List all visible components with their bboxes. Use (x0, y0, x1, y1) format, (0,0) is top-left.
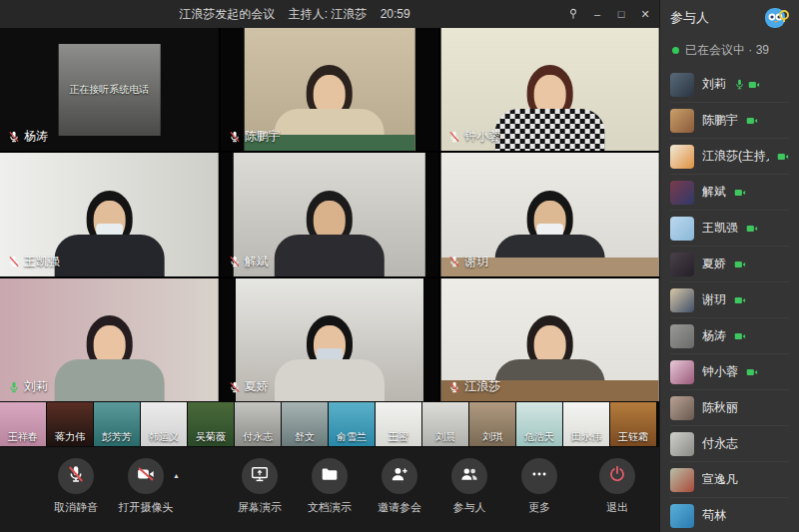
video-tile[interactable]: 正在接听系统电话 杨涛 (0, 28, 219, 151)
thumbnail-name: 危浩天 (516, 430, 562, 444)
participant-row[interactable]: 苟林 (670, 498, 789, 532)
button-icon (67, 465, 85, 487)
online-dot-icon (672, 47, 679, 54)
participant-thumbnail[interactable]: 俞雪兰 (329, 402, 375, 446)
video-tile[interactable]: 解斌 (221, 153, 439, 275)
camera-button[interactable]: 打开摄像头 ▲ (118, 458, 174, 515)
screen-share-button[interactable]: 屏幕演示 (232, 458, 288, 515)
participant-status-icons (734, 79, 760, 91)
meeting-title-group: 江浪莎发起的会议 主持人: 江浪莎 20:59 (0, 6, 589, 23)
tile-name-tag: 刘莉 (8, 378, 48, 395)
participant-avatar (670, 288, 694, 312)
button-circle (58, 458, 94, 494)
person-silhouette (485, 51, 615, 151)
button-icon (321, 465, 339, 487)
more-button[interactable]: 更多 (511, 458, 567, 515)
thumbnail-name: 王祥春 (0, 430, 46, 444)
participant-row[interactable]: 付永志 (670, 426, 789, 462)
participant-avatar (670, 396, 694, 420)
participants-button[interactable]: 参与人 (441, 458, 497, 515)
participant-row[interactable]: 杨涛 (670, 318, 789, 354)
participant-avatar (670, 109, 694, 133)
person-torso (275, 235, 385, 276)
assistant-mascot-icon[interactable] (763, 5, 789, 31)
participant-thumbnail[interactable]: 王蜜 (376, 402, 421, 446)
participant-thumbnail[interactable]: 吴菊薇 (188, 402, 234, 446)
participant-name: 杨涛 (702, 327, 726, 344)
participants-header: 参与人 (660, 0, 799, 36)
tile-name-tag: 杨涛 (8, 128, 48, 145)
participant-avatar (670, 181, 694, 205)
participant-thumbnail[interactable]: 刘琪 (469, 402, 515, 446)
host-label: 主持人: 江浪莎 (289, 7, 368, 21)
button-label: 文档演示 (308, 500, 352, 515)
button-circle (521, 458, 557, 494)
tile-participant-name: 刘莉 (24, 378, 48, 395)
participant-avatar (670, 73, 694, 97)
main-area: 江浪莎发起的会议 主持人: 江浪莎 20:59 – □ ✕ 正在接听系统电话 (0, 0, 659, 532)
camera-options-caret[interactable]: ▲ (173, 472, 180, 479)
offline-avatar-card: 正在接听系统电话 (58, 44, 160, 136)
exit-button[interactable]: 退出 (589, 458, 645, 515)
thumbnail-name: 韩运义 (141, 430, 187, 444)
participant-name: 苟林 (702, 507, 726, 524)
participant-thumbnail[interactable]: 田永伟 (563, 402, 609, 446)
participant-status-icons (746, 366, 758, 378)
toolbar-left-group: 取消静音 打开摄像头 ▲ (48, 458, 174, 515)
mic-status-icon (8, 256, 20, 267)
participant-row[interactable]: 刘莉 (670, 67, 789, 103)
participant-status-icons (734, 259, 746, 270)
participant-avatar (670, 324, 694, 348)
video-tile[interactable]: 谢玥 (440, 153, 659, 275)
participant-row[interactable]: 谢玥 (670, 282, 789, 318)
unmute-button[interactable]: 取消静音 (48, 458, 104, 515)
video-tile[interactable]: 王凯强 (0, 153, 219, 275)
participant-thumbnail[interactable]: 王钰霜 (610, 402, 656, 446)
participant-thumbnail[interactable]: 韩运义 (141, 402, 187, 446)
video-tile[interactable]: 江浪莎 (440, 278, 659, 401)
participant-row[interactable]: 钟小蓉 (670, 354, 789, 390)
participant-thumbnail[interactable]: 刘晨 (422, 402, 468, 446)
doc-share-button[interactable]: 文档演示 (302, 458, 358, 515)
button-label: 退出 (606, 500, 628, 515)
video-tile[interactable]: 夏娇 (221, 278, 439, 401)
participant-avatar (670, 432, 694, 456)
tile-participant-name: 钟小蓉 (464, 128, 500, 145)
pin-icon[interactable] (561, 2, 585, 26)
participant-name: 夏娇 (702, 256, 726, 272)
participant-status-icons (746, 115, 758, 127)
participant-row[interactable]: 江浪莎(主持人) (670, 139, 789, 175)
participant-thumbnail[interactable]: 付永志 (235, 402, 281, 446)
video-tile[interactable]: 陈鹏宇 (221, 28, 439, 151)
tile-participant-name: 陈鹏宇 (245, 128, 281, 145)
window-controls: – □ ✕ (561, 2, 659, 26)
tile-name-tag: 江浪莎 (448, 378, 500, 395)
participant-name: 宣逸凡 (702, 471, 738, 488)
participant-row[interactable]: 王凯强 (670, 211, 789, 247)
participant-row[interactable]: 陈鹏宇 (670, 103, 789, 139)
button-icon (460, 465, 478, 487)
participant-avatar (670, 468, 694, 492)
video-tile[interactable]: 钟小蓉 (440, 28, 659, 151)
participant-thumbnail[interactable]: 王祥春 (0, 402, 46, 446)
invite-button[interactable]: 邀请参会 (372, 458, 427, 515)
tile-name-tag: 谢玥 (448, 254, 488, 270)
participant-thumbnail[interactable]: 舒文 (282, 402, 328, 446)
participant-name: 谢玥 (702, 291, 726, 308)
minimize-button[interactable]: – (585, 2, 609, 26)
participant-thumbnail[interactable]: 蒋力伟 (47, 402, 93, 446)
video-tile[interactable]: 刘莉 (0, 278, 219, 401)
maximize-button[interactable]: □ (609, 2, 633, 26)
participant-row[interactable]: 夏娇 (670, 247, 789, 282)
tile-participant-name: 解斌 (245, 254, 269, 270)
participant-row[interactable]: 陈秋丽 (670, 390, 789, 426)
button-icon (251, 465, 269, 487)
button-circle (312, 458, 348, 494)
participant-row[interactable]: 宣逸凡 (670, 462, 789, 498)
participant-thumbnail[interactable]: 彭芳芳 (94, 402, 140, 446)
participant-row[interactable]: 解斌 (670, 175, 789, 211)
participant-thumbnail[interactable]: 危浩天 (516, 402, 562, 446)
video-grid: 正在接听系统电话 杨涛 陈鹏宇 (0, 28, 659, 401)
mic-status-icon (8, 381, 20, 393)
close-button[interactable]: ✕ (633, 2, 657, 26)
